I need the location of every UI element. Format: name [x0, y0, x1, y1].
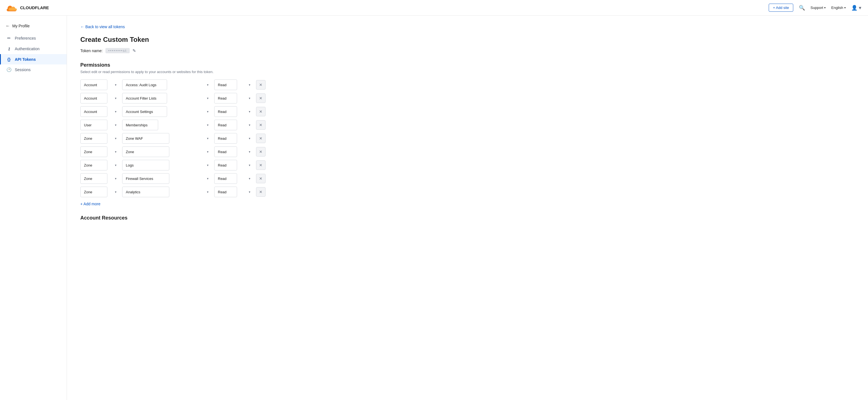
scope-select[interactable]: AccountUserZone [80, 120, 107, 130]
cf-logo[interactable]: CLOUDFLARE [7, 4, 49, 11]
scope-chevron-icon: ▾ [115, 123, 117, 127]
permission-select-wrapper: Zone WAFZoneLogsFirewall ServicesAnalyti… [122, 147, 211, 157]
sidebar-item-label: Authentication [15, 47, 40, 51]
remove-x-icon: ✕ [259, 123, 262, 127]
access-select-wrapper: ReadEdit▾ [214, 147, 253, 157]
preferences-icon: ✏ [6, 36, 11, 41]
permissions-list: AccountUserZone▾Access: Audit LogsAccoun… [80, 80, 855, 197]
permission-select[interactable]: Zone WAFZoneLogsFirewall ServicesAnalyti… [122, 160, 169, 171]
permission-row: AccountUserZone▾Zone WAFZoneLogsFirewall… [80, 187, 855, 197]
access-select-wrapper: ReadEdit▾ [214, 133, 253, 144]
permission-chevron-icon: ▾ [207, 177, 209, 181]
sidebar-item-sessions[interactable]: 🕐 Sessions [0, 64, 67, 75]
access-select-wrapper: ReadEdit▾ [214, 187, 253, 197]
edit-token-name-icon[interactable]: ✎ [132, 48, 136, 53]
remove-permission-button[interactable]: ✕ [256, 174, 266, 183]
sidebar-back-label: My Profile [12, 24, 30, 28]
permission-select[interactable]: Zone WAFZoneLogsFirewall ServicesAnalyti… [122, 173, 169, 184]
access-select[interactable]: ReadEdit [214, 80, 237, 90]
permissions-section-title: Permissions [80, 62, 855, 68]
language-link[interactable]: English ▾ [831, 6, 846, 10]
access-select-wrapper: ReadEdit▾ [214, 160, 253, 171]
permission-chevron-icon: ▾ [207, 190, 209, 194]
sidebar-item-label: Preferences [15, 36, 36, 40]
permission-select-wrapper: Access: Audit LogsAccount Filter ListsAc… [122, 80, 211, 90]
token-name-label: Token name: [80, 49, 103, 53]
scope-select-wrapper: AccountUserZone▾ [80, 160, 119, 171]
scope-select[interactable]: AccountUserZone [80, 173, 107, 184]
access-chevron-icon: ▾ [249, 177, 250, 181]
access-select[interactable]: ReadEdit [214, 120, 237, 130]
access-select-wrapper: ReadEdit▾ [214, 120, 253, 130]
permission-row: AccountUserZone▾MembershipsUser DetailsA… [80, 120, 855, 130]
support-link[interactable]: Support ▾ [810, 6, 826, 10]
access-chevron-icon: ▾ [249, 163, 250, 167]
support-chevron-icon: ▾ [824, 6, 826, 9]
remove-x-icon: ✕ [259, 190, 262, 194]
access-select[interactable]: ReadEdit [214, 173, 237, 184]
scope-select-wrapper: AccountUserZone▾ [80, 133, 119, 144]
access-chevron-icon: ▾ [249, 123, 250, 127]
access-select[interactable]: ReadEdit [214, 133, 237, 144]
back-to-tokens-link[interactable]: ← Back to view all tokens [80, 25, 855, 29]
add-site-button[interactable]: + Add site [769, 4, 793, 12]
back-arrow-icon: ← [6, 24, 10, 28]
permission-select[interactable]: MembershipsUser DetailsAPI Tokens [122, 120, 158, 130]
access-chevron-icon: ▾ [249, 190, 250, 194]
permission-chevron-icon: ▾ [207, 163, 209, 167]
scope-select[interactable]: AccountUserZone [80, 160, 107, 171]
add-more-link[interactable]: + Add more [80, 202, 100, 206]
access-select[interactable]: ReadEdit [214, 147, 237, 157]
permission-select[interactable]: Access: Audit LogsAccount Filter ListsAc… [122, 80, 167, 90]
remove-permission-button[interactable]: ✕ [256, 107, 266, 116]
scope-chevron-icon: ▾ [115, 163, 117, 167]
user-icon[interactable]: 👤 ▾ [851, 5, 861, 11]
scope-select-wrapper: AccountUserZone▾ [80, 80, 119, 90]
scope-select[interactable]: AccountUserZone [80, 93, 107, 103]
permission-select[interactable]: Zone WAFZoneLogsFirewall ServicesAnalyti… [122, 133, 169, 144]
permission-select[interactable]: Access: Audit LogsAccount Filter ListsAc… [122, 106, 167, 117]
permission-chevron-icon: ▾ [207, 150, 209, 154]
sidebar-item-api-tokens[interactable]: {} API Tokens [0, 54, 67, 64]
permission-row: AccountUserZone▾Zone WAFZoneLogsFirewall… [80, 133, 855, 144]
access-select[interactable]: ReadEdit [214, 187, 237, 197]
sidebar-back-button[interactable]: ← My Profile [0, 21, 67, 33]
permission-row: AccountUserZone▾Zone WAFZoneLogsFirewall… [80, 147, 855, 157]
access-select[interactable]: ReadEdit [214, 93, 237, 103]
permission-select[interactable]: Zone WAFZoneLogsFirewall ServicesAnalyti… [122, 147, 169, 157]
permission-select[interactable]: Access: Audit LogsAccount Filter ListsAc… [122, 93, 167, 103]
permission-row: AccountUserZone▾Zone WAFZoneLogsFirewall… [80, 173, 855, 184]
page-title: Create Custom Token [80, 36, 855, 43]
remove-permission-button[interactable]: ✕ [256, 93, 266, 103]
scope-select[interactable]: AccountUserZone [80, 106, 107, 117]
sidebar-item-authentication[interactable]: ⚷ Authentication [0, 43, 67, 54]
search-icon[interactable]: 🔍 [799, 5, 805, 11]
sidebar-item-preferences[interactable]: ✏ Preferences [0, 33, 67, 43]
scope-select[interactable]: AccountUserZone [80, 147, 107, 157]
permission-select[interactable]: Zone WAFZoneLogsFirewall ServicesAnalyti… [122, 187, 169, 197]
remove-x-icon: ✕ [259, 109, 262, 114]
token-name-value: ••••••••st [105, 48, 130, 53]
permission-chevron-icon: ▾ [207, 96, 209, 100]
permission-row: AccountUserZone▾Access: Audit LogsAccoun… [80, 80, 855, 90]
permission-chevron-icon: ▾ [207, 137, 209, 140]
access-select-wrapper: ReadEdit▾ [214, 80, 253, 90]
remove-permission-button[interactable]: ✕ [256, 160, 266, 170]
scope-select-wrapper: AccountUserZone▾ [80, 93, 119, 103]
sidebar-item-label: Sessions [15, 67, 31, 72]
remove-permission-button[interactable]: ✕ [256, 80, 266, 90]
access-select[interactable]: ReadEdit [214, 106, 237, 117]
remove-permission-button[interactable]: ✕ [256, 187, 266, 197]
scope-select[interactable]: AccountUserZone [80, 80, 107, 90]
access-select[interactable]: ReadEdit [214, 160, 237, 171]
remove-permission-button[interactable]: ✕ [256, 120, 266, 130]
access-select-wrapper: ReadEdit▾ [214, 93, 253, 103]
remove-x-icon: ✕ [259, 136, 262, 141]
remove-x-icon: ✕ [259, 83, 262, 87]
scope-select[interactable]: AccountUserZone [80, 187, 107, 197]
remove-permission-button[interactable]: ✕ [256, 147, 266, 156]
remove-x-icon: ✕ [259, 176, 262, 181]
remove-permission-button[interactable]: ✕ [256, 133, 266, 143]
permission-chevron-icon: ▾ [207, 110, 209, 114]
scope-select[interactable]: AccountUserZone [80, 133, 107, 144]
